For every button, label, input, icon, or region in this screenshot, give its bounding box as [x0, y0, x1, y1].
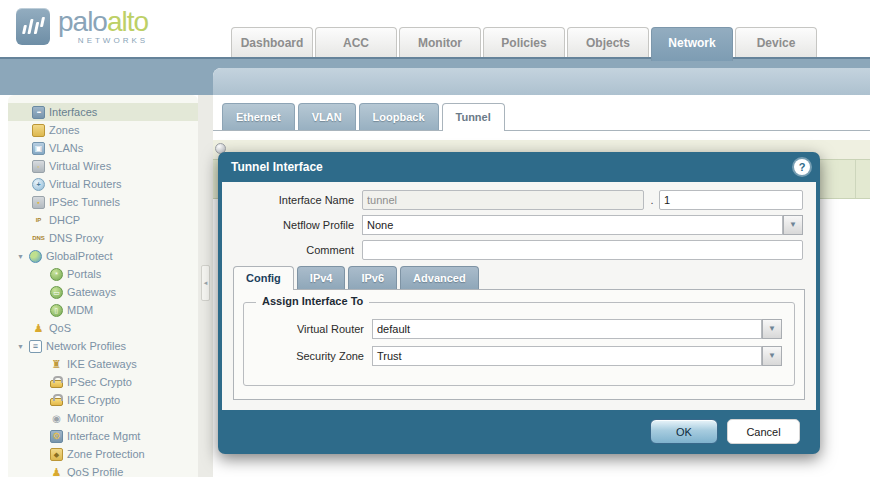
paloalto-logo: paloalto NETWORKS	[16, 8, 148, 45]
sidebar-item-ipsec-tunnels[interactable]: ▪ IPSec Tunnels	[8, 193, 198, 211]
virtual-routers-icon: +	[32, 178, 45, 191]
interface-type-tabs: Ethernet VLAN Loopback Tunnel	[222, 103, 505, 131]
interface-name-separator: .	[647, 190, 657, 210]
sidebar-item-label: Virtual Routers	[49, 178, 122, 190]
sidebar-item-qos-profile[interactable]: ♟ QoS Profile	[8, 463, 198, 477]
sidebar-item-vlans[interactable]: ▣ VLANs	[8, 139, 198, 157]
tab-advanced[interactable]: Advanced	[400, 266, 479, 289]
tunnel-interface-dialog: Tunnel Interface ? Interface Name . Netf…	[218, 152, 820, 454]
tab-loopback[interactable]: Loopback	[359, 103, 439, 130]
interfaces-icon: •••	[32, 106, 45, 119]
sidebar-item-label: Interface Mgmt	[67, 430, 140, 442]
sidebar-item-label: DNS Proxy	[49, 232, 103, 244]
tab-config[interactable]: Config	[233, 266, 294, 290]
chevron-down-icon: ▼	[768, 352, 776, 360]
dialog-title-bar[interactable]: Tunnel Interface	[218, 152, 820, 182]
security-zone-label: Security Zone	[244, 346, 364, 366]
zones-icon	[32, 124, 45, 137]
tab-dashboard[interactable]: Dashboard	[231, 27, 313, 57]
sidebar-item-qos[interactable]: ♟ QoS	[8, 319, 198, 337]
sidebar-item-virtual-wires[interactable]: ▫ Virtual Wires	[8, 157, 198, 175]
app-window: paloalto NETWORKS Dashboard ACC Monitor …	[0, 0, 870, 477]
sidebar-item-virtual-routers[interactable]: + Virtual Routers	[8, 175, 198, 193]
sidebar-item-label: QoS Profile	[67, 466, 123, 477]
tab-network[interactable]: Network	[651, 27, 733, 61]
sidebar-item-dhcp[interactable]: IP DHCP	[8, 211, 198, 229]
help-icon[interactable]: ?	[794, 159, 810, 175]
collapse-arrow-icon: ◄	[203, 280, 209, 286]
paloalto-wordmark: paloalto NETWORKS	[58, 8, 148, 45]
security-zone-select[interactable]: Trust	[372, 346, 762, 366]
tab-tunnel[interactable]: Tunnel	[442, 103, 505, 131]
sidebar-item-label: IKE Gateways	[67, 358, 137, 370]
sidebar-item-portals[interactable]: * Portals	[8, 265, 198, 283]
netflow-dropdown-button[interactable]: ▼	[783, 215, 803, 235]
sidebar-item-label: Network Profiles	[46, 340, 126, 352]
sidebar-collapse-handle[interactable]: ◄	[201, 265, 210, 301]
sidebar-item-label: VLANs	[49, 142, 83, 154]
zone-protection-icon: ◆	[50, 448, 63, 461]
wordmark-networks: NETWORKS	[58, 37, 148, 45]
sidebar-item-dns-proxy[interactable]: DNS DNS Proxy	[8, 229, 198, 247]
cancel-button[interactable]: Cancel	[727, 419, 800, 444]
virtual-router-select[interactable]: default	[372, 319, 762, 339]
tab-monitor[interactable]: Monitor	[399, 27, 481, 57]
mdm-icon: ▯	[50, 304, 63, 317]
sidebar-item-label: IPSec Crypto	[67, 376, 132, 388]
virtual-router-row: Virtual Router default ▼	[244, 319, 794, 339]
sidebar-item-ike-crypto[interactable]: IKE Crypto	[8, 391, 198, 409]
virtual-router-dropdown-button[interactable]: ▼	[762, 319, 782, 339]
tab-policies[interactable]: Policies	[483, 27, 565, 57]
netflow-profile-row: Netflow Profile None ▼	[222, 215, 816, 235]
chevron-expanded-icon[interactable]: ▼	[17, 343, 29, 350]
sidebar-item-label: IKE Crypto	[67, 394, 120, 406]
wordmark-palo: palo	[58, 6, 107, 37]
sidebar-item-monitor-profile[interactable]: ◉ Monitor	[8, 409, 198, 427]
qos-profile-icon: ♟	[50, 466, 63, 477]
security-zone-dropdown-button[interactable]: ▼	[762, 346, 782, 366]
sidebar-item-zone-protection[interactable]: ◆ Zone Protection	[8, 445, 198, 463]
sidebar-item-label: Monitor	[67, 412, 104, 424]
dialog-title: Tunnel Interface	[231, 160, 323, 174]
sidebar-item-gateways[interactable]: ▭ Gateways	[8, 283, 198, 301]
sidebar-item-interface-mgmt[interactable]: ⚙ Interface Mgmt	[8, 427, 198, 445]
ike-crypto-icon	[50, 398, 63, 406]
netflow-profile-select[interactable]: None	[362, 215, 783, 235]
dhcp-icon: IP	[32, 214, 45, 227]
tab-vlan[interactable]: VLAN	[298, 103, 356, 130]
sidebar-item-zones[interactable]: Zones	[8, 121, 198, 139]
tab-acc[interactable]: ACC	[315, 27, 397, 57]
sidebar-item-label: Zones	[49, 124, 80, 136]
sidebar-item-ike-gateways[interactable]: ♜ IKE Gateways	[8, 355, 198, 373]
virtual-wires-icon: ▫	[32, 160, 45, 173]
portals-icon: *	[50, 268, 63, 281]
table-column-divider	[855, 160, 856, 198]
interface-number-input[interactable]	[659, 190, 803, 210]
sidebar-item-globalprotect[interactable]: ▼ GlobalProtect	[8, 247, 198, 265]
monitor-profile-icon: ◉	[50, 412, 63, 425]
chevron-down-icon: ▼	[789, 221, 797, 229]
dialog-body: Interface Name . Netflow Profile None ▼ …	[222, 182, 816, 410]
paloalto-logo-icon	[16, 8, 50, 45]
sidebar-item-mdm[interactable]: ▯ MDM	[8, 301, 198, 319]
tab-ipv6[interactable]: IPv6	[348, 266, 397, 289]
tab-ipv4[interactable]: IPv4	[297, 266, 346, 289]
sidebar-item-interfaces[interactable]: ••• Interfaces	[8, 103, 198, 121]
comment-row: Comment	[222, 240, 816, 260]
chevron-down-icon: ▼	[768, 325, 776, 333]
sidebar-item-label: MDM	[67, 304, 93, 316]
sidebar-item-label: QoS	[49, 322, 71, 334]
chevron-expanded-icon[interactable]: ▼	[17, 253, 29, 260]
sidebar-item-label: Gateways	[67, 286, 116, 298]
comment-input[interactable]	[362, 240, 803, 260]
sidebar-gutter: ◄	[198, 95, 213, 477]
tab-device[interactable]: Device	[735, 27, 817, 57]
sidebar-item-network-profiles[interactable]: ▼ ≡ Network Profiles	[8, 337, 198, 355]
sidebar-item-ipsec-crypto[interactable]: IPSec Crypto	[8, 373, 198, 391]
ok-button[interactable]: OK	[650, 419, 718, 444]
sidebar-item-label: Interfaces	[49, 106, 97, 118]
tab-ethernet[interactable]: Ethernet	[222, 103, 295, 130]
main-nav-tabs: Dashboard ACC Monitor Policies Objects N…	[231, 27, 817, 61]
tab-objects[interactable]: Objects	[567, 27, 649, 57]
interface-name-input	[362, 190, 644, 210]
